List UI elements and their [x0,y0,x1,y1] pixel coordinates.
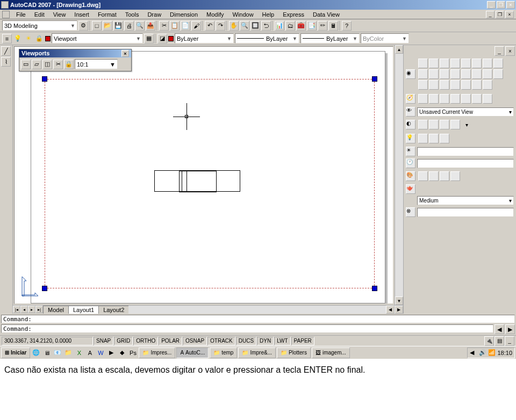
markup-icon[interactable]: ✏ [318,21,327,31]
menu-format[interactable]: Format [94,11,121,18]
ql-app-icon[interactable]: ◆ [117,348,127,358]
mat4-icon[interactable] [450,171,460,181]
mat2-icon[interactable] [429,171,439,181]
imprint-icon[interactable] [440,80,449,90]
walk-icon[interactable] [440,94,449,104]
tab-model[interactable]: Model [43,306,69,314]
doc-restore-button[interactable]: ❐ [496,11,504,18]
swivel-icon[interactable] [429,94,439,104]
grip-bl[interactable] [42,286,47,291]
tab-layout1[interactable]: Layout1 [68,306,99,314]
dash-min-icon[interactable]: _ [494,46,504,56]
menu-insert[interactable]: Insert [70,11,94,18]
scroll-down-icon[interactable]: ▼ [395,296,403,305]
orbit-icon[interactable] [418,94,428,104]
menu-dataview[interactable]: Data View [309,11,344,18]
scroll-left-icon[interactable]: ◀ [386,306,395,314]
ql-folder-icon[interactable]: 📁 [63,348,73,358]
render-panel-icon[interactable]: 🫖 [406,184,415,194]
tray-icon-1[interactable]: ◀ [470,349,477,357]
slice-icon[interactable] [418,80,428,90]
tab-layout2[interactable]: Layout2 [98,306,129,314]
color-select[interactable]: ByLayer▼ [175,33,234,44]
time-panel-icon[interactable]: 🕐 [406,158,415,168]
fillet-icon[interactable] [472,80,482,90]
render-preset-select[interactable]: Medium▾ [417,196,514,205]
drawn-object[interactable] [154,170,240,192]
sunlight-icon[interactable] [418,134,428,143]
doc-close-button[interactable]: × [505,11,514,18]
new-icon[interactable]: □ [92,21,102,31]
command-input[interactable]: Command: [1,324,493,333]
nav-panel-icon[interactable]: 🧭 [406,94,415,104]
ql-desktop-icon[interactable]: 🖥 [42,348,52,358]
menu-draw[interactable]: Draw [143,11,166,18]
task-autocad[interactable]: AAutoC... [176,347,209,358]
mat-panel-icon[interactable]: 🎨 [406,171,415,181]
toggle-paper[interactable]: PAPER [291,337,314,345]
zoom-rt-icon[interactable]: 🔍 [240,21,249,31]
coords-display[interactable]: 300.3367, 314.2120, 0.0000 [2,337,93,345]
zoom-win-icon[interactable]: 🔲 [250,21,260,31]
extrude-icon[interactable] [418,69,428,79]
tp-icon[interactable]: 🧰 [296,21,306,31]
layer-props-icon[interactable]: ≡ [2,34,12,44]
task-impres[interactable]: 📁Impres... [139,347,175,358]
view-panel-icon[interactable]: 👁 [406,107,415,117]
preview-icon[interactable]: 🔍 [135,21,145,31]
vs1-icon[interactable] [418,120,428,129]
zoom-prev-icon[interactable]: ⮌ [261,21,271,31]
time-slider[interactable] [417,159,514,168]
layer-state-icon[interactable]: ▦ [144,34,154,44]
tab-last-icon[interactable]: ▸| [35,306,43,313]
ql-outlook-icon[interactable]: 📧 [53,348,62,358]
tab-prev-icon[interactable]: ◂ [20,306,28,313]
dash-close-icon[interactable]: × [505,46,515,56]
vp-single-icon[interactable]: ▭ [21,60,31,69]
scroll-right-icon[interactable]: ▶ [395,306,403,314]
save-icon[interactable]: 💾 [113,21,123,31]
match-icon[interactable]: 🖌 [191,21,201,31]
toggle-ducs[interactable]: DUCS [236,337,256,345]
ql-ie-icon[interactable]: 🌐 [31,348,41,358]
task-plotters[interactable]: 📁Plotters [277,347,311,358]
vp-poly-icon[interactable]: ▱ [32,60,41,69]
linetype-select[interactable]: ByLayer▼ [235,33,299,44]
vs-panel-icon[interactable]: ◐ [406,120,415,129]
shell-icon[interactable] [461,80,471,90]
status-tray-icon[interactable]: ▤ [494,336,504,346]
ql-acad-icon[interactable]: A [85,348,95,358]
line-icon[interactable]: ╱ [1,46,11,56]
pline-icon[interactable]: ⌇ [1,57,11,67]
vs2-icon[interactable] [429,120,439,129]
cmd-scroll-left-icon[interactable]: ◀ [494,324,504,334]
pointlight-icon[interactable] [440,134,449,143]
dc-icon[interactable]: 🗂 [285,21,295,31]
layer-select[interactable]: Viewport▼ [52,33,143,44]
restore-button[interactable]: ❐ [497,1,505,9]
paste-icon[interactable]: 📄 [181,21,190,31]
menu-express[interactable]: Express [278,11,309,18]
solids-panel-icon[interactable]: ◉ [406,69,415,79]
box-icon[interactable] [418,59,428,68]
helix-icon[interactable] [493,59,503,68]
status-comm-icon[interactable]: 🔌 [484,336,494,346]
presspull-icon[interactable] [429,69,439,79]
toggle-lwt[interactable]: LWT [274,337,290,345]
pyr-icon[interactable] [483,59,492,68]
toggle-ortho[interactable]: ORTHO [133,337,158,345]
skylight-icon[interactable] [429,134,439,143]
intersect-icon[interactable] [493,69,503,79]
menu-edit[interactable]: Edit [30,11,49,18]
toggle-otrack[interactable]: OTRACK [207,337,235,345]
calc-icon[interactable]: 🖩 [328,21,338,31]
scroll-up-icon[interactable]: ▲ [395,45,403,54]
viewports-title-bar[interactable]: Viewports× [19,49,131,57]
minimize-button[interactable]: _ [487,1,496,9]
vs3-icon[interactable] [440,120,449,129]
lineweight-select[interactable]: ByLayer▼ [300,33,360,44]
menu-dimension[interactable]: Dimension [166,11,202,18]
viewports-toolbar[interactable]: Viewports× ▭ ▱ ◫ ✂ 🔒 10:1▼ [19,49,132,71]
menu-help[interactable]: Help [258,11,279,18]
system-tray[interactable]: ◀ 🔊 📶 18:10 [467,347,515,358]
